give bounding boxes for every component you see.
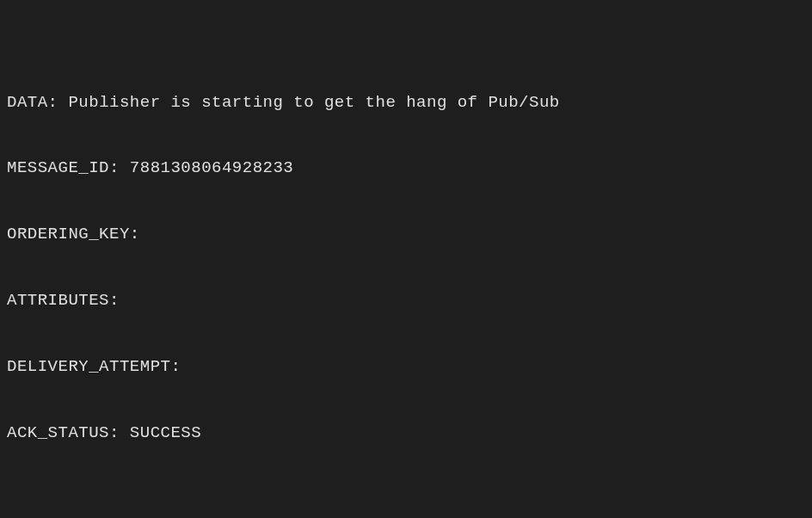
- data-line: DATA: Publisher is starting to get the h…: [7, 92, 805, 114]
- attributes-label: ATTRIBUTES:: [7, 291, 120, 310]
- data-label: DATA:: [7, 93, 68, 112]
- ordering-key-line: ORDERING_KEY:: [7, 224, 805, 246]
- ack-status-value: SUCCESS: [130, 423, 201, 442]
- delivery-attempt-label: DELIVERY_ATTEMPT:: [7, 357, 181, 376]
- delivery-attempt-line: DELIVERY_ATTEMPT:: [7, 356, 805, 379]
- ack-status-line: ACK_STATUS: SUCCESS: [7, 422, 805, 445]
- message-id-label: MESSAGE_ID:: [7, 158, 130, 177]
- data-value: Publisher is starting to get the hang of…: [68, 93, 559, 112]
- message-block: DATA: Publisher is starting to get the h…: [7, 47, 805, 489]
- ack-status-label: ACK_STATUS:: [7, 423, 130, 442]
- message-id-line: MESSAGE_ID: 7881308064928233: [7, 157, 805, 180]
- ordering-key-label: ORDERING_KEY:: [7, 225, 140, 244]
- terminal-output: DATA: Publisher is starting to get the h…: [7, 3, 805, 518]
- attributes-line: ATTRIBUTES:: [7, 290, 805, 312]
- message-id-value: 7881308064928233: [130, 158, 293, 177]
